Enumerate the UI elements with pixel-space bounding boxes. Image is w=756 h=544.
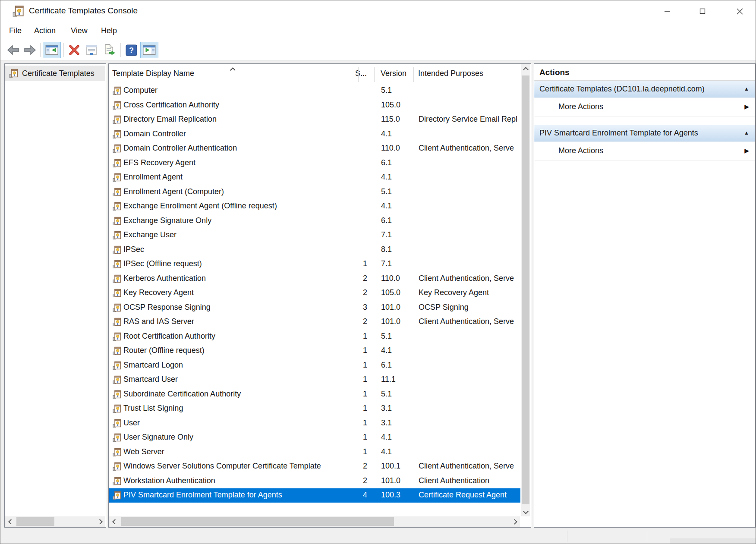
template-row[interactable]: User Signature Only14.1	[109, 431, 520, 445]
template-row[interactable]: Enrollment Agent (Computer)5.1	[109, 185, 520, 199]
template-row[interactable]: Kerberos Authentication2110.0Client Auth…	[109, 272, 520, 286]
certificate-template-icon	[113, 115, 122, 124]
scrollbar-thumb[interactable]	[522, 75, 529, 504]
console-tree-panel: Certificate Templates	[4, 63, 106, 528]
template-row[interactable]: Exchange User7.1	[109, 228, 520, 242]
row-cell-s: 1	[351, 418, 367, 428]
template-row[interactable]: PIV Smartcard Enrolment Template for Age…	[109, 488, 520, 503]
template-row[interactable]: Web Server14.1	[109, 445, 520, 459]
row-cell-name: Enrollment Agent	[123, 173, 183, 182]
show-hide-console-tree-button[interactable]	[43, 42, 61, 58]
list-vertical-scrollbar[interactable]	[521, 64, 530, 516]
actions-section-piv-template[interactable]: PIV Smartcard Enrolment Template for Age…	[534, 125, 755, 142]
toolbar-separator	[120, 43, 121, 57]
template-row[interactable]: Root Certification Authority15.1	[109, 330, 520, 344]
row-cell-s: 1	[351, 375, 367, 384]
app-icon	[13, 5, 25, 17]
menu-file[interactable]: File	[6, 25, 24, 37]
menu-view[interactable]: View	[68, 25, 90, 37]
certificate-template-icon	[113, 86, 122, 95]
toolbar: ?	[0, 40, 756, 60]
template-row[interactable]: RAS and IAS Server2101.0Client Authentic…	[109, 315, 520, 329]
tree-item-certificate-templates[interactable]: Certificate Templates	[5, 66, 105, 81]
show-hide-action-pane-button[interactable]	[140, 42, 158, 58]
template-row[interactable]: Domain Controller Authentication110.0Cli…	[109, 142, 520, 156]
certificate-template-icon	[113, 202, 122, 211]
row-cell-s: 4	[351, 491, 367, 500]
row-cell-name: IPSec	[123, 245, 144, 254]
template-row[interactable]: IPSec (Offline request)17.1	[109, 257, 520, 271]
export-list-button[interactable]	[101, 42, 118, 58]
more-actions-item[interactable]: More Actions ▶	[534, 97, 755, 116]
row-cell-name: Exchange Signature Only	[123, 216, 211, 225]
template-row[interactable]: Enrollment Agent4.1	[109, 170, 520, 185]
actions-section-header: Certificate Templates (DC101.la.deepneti…	[539, 85, 705, 93]
scroll-left-button[interactable]	[110, 516, 120, 527]
close-button[interactable]	[726, 0, 753, 22]
template-row[interactable]: Exchange Signature Only6.1	[109, 214, 520, 228]
template-row[interactable]: Router (Offline request)14.1	[109, 344, 520, 358]
template-row[interactable]: User13.1	[109, 416, 520, 431]
template-row[interactable]: Exchange Enrollment Agent (Offline reque…	[109, 199, 520, 214]
menu-action[interactable]: Action	[32, 25, 58, 37]
forward-button[interactable]	[22, 42, 38, 58]
row-cell-ver: 101.0	[381, 303, 413, 312]
certificate-template-icon	[113, 289, 122, 298]
more-actions-item[interactable]: More Actions ▶	[534, 142, 755, 160]
minimize-button[interactable]	[653, 0, 681, 22]
template-row[interactable]: Windows Server Solutions Computer Certif…	[109, 459, 520, 474]
scrollbar-thumb[interactable]	[121, 517, 394, 526]
certificate-template-icon	[113, 159, 122, 168]
resize-grip[interactable]	[670, 538, 756, 544]
scroll-right-button[interactable]	[510, 516, 519, 527]
template-row[interactable]: Key Recovery Agent2105.0Key Recovery Age…	[109, 286, 520, 300]
template-row[interactable]: Computer5.1	[109, 84, 520, 98]
scroll-right-button[interactable]	[95, 516, 104, 527]
back-button[interactable]	[6, 42, 21, 58]
row-cell-s: 1	[351, 346, 367, 355]
delete-button[interactable]	[66, 42, 82, 58]
template-row[interactable]: Domain Controller4.1	[109, 127, 520, 142]
template-row[interactable]: Smartcard Logon16.1	[109, 358, 520, 373]
row-cell-ver: 100.1	[381, 462, 413, 471]
row-cell-purp: Client Authentication, Serve	[419, 274, 517, 283]
template-row[interactable]: IPSec8.1	[109, 243, 520, 257]
certificate-template-icon	[113, 274, 122, 283]
row-cell-ver: 11.1	[381, 375, 413, 384]
scroll-up-button[interactable]	[521, 64, 530, 75]
row-cell-s: 1	[351, 259, 367, 268]
forward-arrow-icon	[23, 44, 36, 56]
console-tree-icon	[45, 45, 58, 55]
window-title: Certificate Templates Console	[29, 6, 138, 16]
row-cell-s: 2	[351, 317, 367, 326]
properties-button[interactable]	[83, 42, 100, 58]
help-button[interactable]: ?	[124, 42, 139, 58]
scroll-left-button[interactable]	[6, 516, 16, 527]
row-cell-name: OCSP Response Signing	[123, 303, 211, 312]
maximize-button[interactable]	[689, 0, 716, 22]
scroll-down-button[interactable]	[521, 506, 530, 516]
menu-help[interactable]: Help	[98, 25, 120, 37]
template-row[interactable]: EFS Recovery Agent6.1	[109, 156, 520, 170]
list-horizontal-scrollbar[interactable]	[109, 516, 520, 527]
template-row[interactable]: Trust List Signing13.1	[109, 402, 520, 416]
row-cell-s: 2	[351, 288, 367, 297]
row-cell-name: Trust List Signing	[123, 404, 183, 413]
status-bar	[0, 529, 756, 544]
row-cell-ver: 105.0	[381, 101, 413, 110]
scrollbar-thumb[interactable]	[16, 517, 54, 526]
tree-horizontal-scrollbar[interactable]	[5, 516, 105, 527]
actions-section-certificate-templates[interactable]: Certificate Templates (DC101.la.deepneti…	[534, 81, 755, 97]
template-row[interactable]: Workstation Authentication2101.0Client A…	[109, 474, 520, 488]
collapse-caret-icon[interactable]: ▲	[744, 81, 749, 97]
row-cell-name: Domain Controller	[123, 129, 186, 138]
row-cell-name: Subordinate Certification Authority	[123, 390, 241, 399]
template-row[interactable]: Directory Email Replication115.0Director…	[109, 113, 520, 127]
template-row[interactable]: Smartcard User111.1	[109, 373, 520, 387]
template-list-panel: Template Display Name S... Version Inten…	[108, 63, 531, 528]
template-row[interactable]: Cross Certification Authority105.0	[109, 98, 520, 113]
template-row[interactable]: Subordinate Certification Authority15.1	[109, 387, 520, 402]
collapse-caret-icon[interactable]: ▲	[744, 125, 749, 141]
certificate-templates-console-window: Certificate Templates Console File Actio…	[0, 0, 756, 544]
template-row[interactable]: OCSP Response Signing3101.0OCSP Signing	[109, 301, 520, 315]
